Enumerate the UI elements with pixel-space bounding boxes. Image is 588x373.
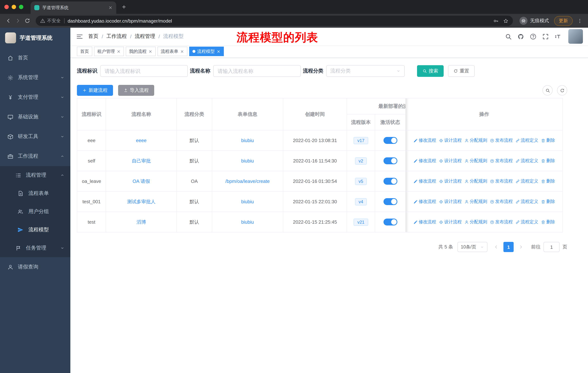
action-delete[interactable]: 删除 [541, 137, 555, 143]
close-icon[interactable] [180, 49, 184, 53]
action-modify-process[interactable]: 修改流程 [413, 158, 436, 164]
process-name-link[interactable]: OA 请假 [133, 178, 150, 184]
close-window-button[interactable] [4, 5, 9, 9]
refresh-table-button[interactable] [557, 85, 567, 95]
form-info-link[interactable]: /bpm/oa/leave/create [225, 179, 270, 184]
process-name-link[interactable]: eeee [136, 138, 147, 143]
url-bar[interactable]: 不安全 dashboard.yudao.iocoder.cn/bpm/manag… [36, 16, 513, 26]
close-icon[interactable] [148, 49, 152, 53]
close-icon[interactable] [217, 49, 220, 53]
form-info-link[interactable]: biubiu [241, 219, 254, 225]
zoom-window-button[interactable] [19, 5, 23, 9]
url-text[interactable]: dashboard.yudao.iocoder.cn/bpm/manager/m… [68, 18, 489, 23]
sidebar-item-process-form[interactable]: 流程表单 [0, 184, 70, 202]
sidebar-item-process-management[interactable]: 流程管理 [0, 166, 70, 184]
tag-tenant-management[interactable]: 租户管理 [94, 47, 124, 56]
breadcrumb-process-management[interactable]: 流程管理 [135, 33, 155, 40]
action-design-process[interactable]: 设计流程 [439, 158, 462, 164]
process-name-link[interactable]: 测试多审批人 [127, 199, 156, 204]
action-process-definition[interactable]: 流程定义 [515, 137, 538, 143]
search-icon[interactable] [505, 33, 512, 40]
window-controls[interactable] [0, 5, 28, 9]
current-page-button[interactable]: 1 [504, 242, 514, 252]
sidebar-item-home[interactable]: 首页 [0, 48, 70, 68]
action-assign-rule[interactable]: 分配规则 [464, 219, 487, 225]
avatar[interactable] [568, 29, 583, 44]
sidebar-item-payment[interactable]: 支付管理 [0, 87, 70, 107]
reset-button[interactable]: 重置 [448, 65, 475, 77]
action-publish-process[interactable]: 发布流程 [490, 178, 513, 184]
process-name-link[interactable]: 滔博 [136, 219, 146, 225]
fullscreen-icon[interactable] [542, 33, 549, 40]
tag-process-model[interactable]: 流程模型 [189, 47, 224, 56]
breadcrumb-workflow[interactable]: 工作流程 [106, 33, 127, 40]
action-assign-rule[interactable]: 分配规则 [464, 137, 487, 143]
sidebar-item-task-management[interactable]: 任务管理 [0, 239, 70, 257]
form-info-link[interactable]: biubiu [241, 158, 254, 163]
toggle-search-button[interactable] [542, 85, 553, 95]
breadcrumb-home[interactable]: 首页 [88, 33, 98, 40]
help-icon[interactable] [530, 33, 537, 40]
action-delete[interactable]: 删除 [541, 178, 555, 184]
action-publish-process[interactable]: 发布流程 [490, 158, 513, 164]
action-process-definition[interactable]: 流程定义 [515, 158, 538, 164]
action-assign-rule[interactable]: 分配规则 [464, 158, 487, 164]
collapse-sidebar-button[interactable] [70, 33, 88, 40]
forward-button[interactable] [13, 16, 23, 26]
active-toggle[interactable] [383, 157, 397, 164]
action-modify-process[interactable]: 修改流程 [413, 199, 436, 205]
key-icon[interactable] [493, 18, 499, 23]
action-assign-rule[interactable]: 分配规则 [464, 199, 487, 205]
action-process-definition[interactable]: 流程定义 [515, 178, 538, 184]
sidebar-item-system[interactable]: 系统管理 [0, 68, 70, 87]
sidebar-item-infrastructure[interactable]: 基础设施 [0, 107, 70, 127]
sidebar-item-leave-query[interactable]: 请假查询 [0, 257, 70, 277]
tag-process-form[interactable]: 流程表单 [158, 47, 187, 56]
font-size-icon[interactable] [555, 33, 561, 40]
goto-page-input[interactable] [544, 242, 560, 252]
action-modify-process[interactable]: 修改流程 [413, 137, 436, 143]
action-process-definition[interactable]: 流程定义 [515, 219, 538, 225]
tag-home[interactable]: 首页 [77, 47, 92, 56]
process-name-input[interactable] [213, 65, 301, 77]
action-modify-process[interactable]: 修改流程 [413, 178, 436, 184]
sidebar-item-user-group[interactable]: 用户分组 [0, 202, 70, 221]
sidebar-item-process-model[interactable]: 流程模型 [0, 221, 70, 239]
action-design-process[interactable]: 设计流程 [439, 199, 462, 205]
action-delete[interactable]: 删除 [541, 158, 555, 164]
tag-my-process[interactable]: 我的流程 [126, 47, 156, 56]
back-button[interactable] [4, 16, 13, 26]
action-delete[interactable]: 删除 [541, 199, 555, 205]
security-indicator[interactable]: 不安全 [40, 18, 61, 24]
minimize-window-button[interactable] [12, 5, 16, 9]
action-process-definition[interactable]: 流程定义 [515, 199, 538, 205]
prev-page-button[interactable] [492, 242, 501, 252]
update-button[interactable]: 更新 [554, 16, 573, 26]
github-icon[interactable] [517, 33, 524, 40]
action-publish-process[interactable]: 发布流程 [490, 219, 513, 225]
category-select[interactable]: 流程分类 [326, 65, 405, 77]
action-design-process[interactable]: 设计流程 [439, 219, 462, 225]
action-design-process[interactable]: 设计流程 [439, 137, 462, 143]
bookmark-star-icon[interactable] [503, 18, 509, 23]
browser-tab[interactable]: 芋道管理系统 [31, 1, 116, 14]
browser-menu-icon[interactable] [576, 17, 584, 25]
process-name-link[interactable]: 自己审批 [132, 158, 151, 163]
form-info-link[interactable]: biubiu [241, 138, 254, 143]
action-publish-process[interactable]: 发布流程 [490, 199, 513, 205]
search-button[interactable]: 搜索 [417, 65, 444, 77]
active-toggle[interactable] [383, 137, 397, 144]
process-id-input[interactable] [100, 65, 188, 77]
sidebar-item-devtools[interactable]: 研发工具 [0, 127, 70, 146]
reload-button[interactable] [23, 16, 32, 26]
next-page-button[interactable] [516, 242, 525, 252]
close-icon[interactable] [117, 49, 121, 53]
sidebar-item-workflow[interactable]: 工作流程 [0, 146, 70, 166]
active-toggle[interactable] [383, 198, 397, 205]
action-delete[interactable]: 删除 [541, 219, 555, 225]
action-design-process[interactable]: 设计流程 [439, 178, 462, 184]
active-toggle[interactable] [383, 178, 397, 185]
action-modify-process[interactable]: 修改流程 [413, 219, 436, 225]
import-process-button[interactable]: 导入流程 [118, 85, 154, 96]
new-tab-button[interactable] [119, 2, 129, 12]
